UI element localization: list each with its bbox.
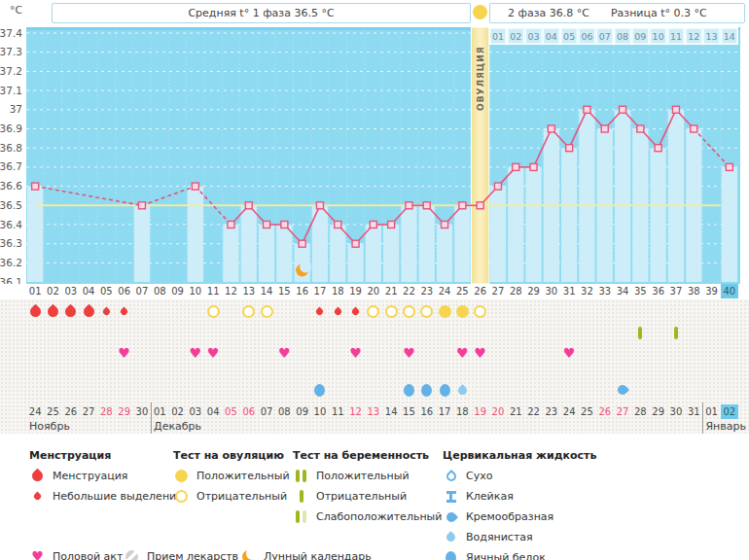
temp-marker[interactable] <box>513 163 519 170</box>
temp-marker[interactable] <box>655 145 661 152</box>
date-cell[interactable]: 06 <box>240 404 258 419</box>
day-cell[interactable]: 36 <box>650 284 667 298</box>
temp-marker[interactable] <box>691 125 697 132</box>
day-cell[interactable]: 39 <box>702 284 720 298</box>
date-cell[interactable]: 25 <box>44 404 61 419</box>
temp-marker[interactable] <box>477 202 483 209</box>
date-cell[interactable]: 31 <box>685 404 702 419</box>
date-cell[interactable]: 17 <box>436 404 453 419</box>
day-cell[interactable]: 06 <box>116 284 133 298</box>
day-cell[interactable]: 24 <box>436 284 453 298</box>
day-cell[interactable]: 05 <box>97 284 115 298</box>
temp-marker[interactable] <box>138 202 145 209</box>
date-cell[interactable]: 02 <box>168 404 186 419</box>
date-cell[interactable]: 22 <box>524 404 542 419</box>
day-cell[interactable]: 32 <box>578 284 595 298</box>
day-cell[interactable]: 17 <box>311 284 329 298</box>
day-cell[interactable]: 22 <box>400 284 417 298</box>
temp-marker[interactable] <box>32 183 39 190</box>
day-cell[interactable]: 16 <box>294 284 311 298</box>
temp-marker[interactable] <box>316 202 323 209</box>
date-cell[interactable]: 28 <box>97 404 115 419</box>
day-cell[interactable]: 21 <box>382 284 400 298</box>
date-cell[interactable]: 26 <box>62 404 80 419</box>
temp-marker[interactable] <box>352 240 359 247</box>
date-cell[interactable]: 13 <box>365 404 382 419</box>
day-cell[interactable]: 20 <box>365 284 382 298</box>
temp-marker[interactable] <box>423 202 430 209</box>
date-cell[interactable]: 24 <box>560 404 578 419</box>
date-cell[interactable]: 30 <box>667 404 685 419</box>
day-cell[interactable]: 02 <box>44 284 61 298</box>
day-cell[interactable]: 23 <box>418 284 436 298</box>
date-cell[interactable]: 09 <box>294 404 311 419</box>
day-cell[interactable]: 31 <box>560 284 578 298</box>
day-cell[interactable]: 30 <box>543 284 560 298</box>
day-cell[interactable]: 37 <box>667 284 685 298</box>
day-cell[interactable]: 13 <box>240 284 258 298</box>
day-cell[interactable]: 28 <box>507 284 524 298</box>
date-cell[interactable]: 19 <box>472 404 489 419</box>
day-cell[interactable]: 09 <box>168 284 186 298</box>
day-cell[interactable]: 08 <box>151 284 168 298</box>
temp-marker[interactable] <box>281 222 288 228</box>
temp-marker[interactable] <box>335 222 341 228</box>
temp-marker[interactable] <box>459 202 466 209</box>
date-cell[interactable]: 30 <box>133 404 151 419</box>
date-cell[interactable]: 18 <box>453 404 471 419</box>
date-cell[interactable]: 16 <box>418 404 436 419</box>
date-cell[interactable]: 27 <box>80 404 97 419</box>
date-cell[interactable]: 15 <box>400 404 417 419</box>
date-cell[interactable]: 10 <box>311 404 329 419</box>
date-cell[interactable]: 25 <box>578 404 595 419</box>
day-cell[interactable]: 29 <box>524 284 542 298</box>
day-cell[interactable]: 04 <box>80 284 97 298</box>
temp-marker[interactable] <box>406 202 412 209</box>
date-cell[interactable]: 07 <box>258 404 275 419</box>
date-cell[interactable]: 27 <box>614 404 631 419</box>
day-cell[interactable]: 26 <box>472 284 489 298</box>
temp-marker[interactable] <box>370 222 376 228</box>
day-cell[interactable]: 01 <box>26 284 44 298</box>
date-cell[interactable]: 01 <box>702 404 720 419</box>
day-cell[interactable]: 10 <box>187 284 204 298</box>
date-cell[interactable]: 08 <box>275 404 293 419</box>
date-cell[interactable]: 05 <box>222 404 239 419</box>
temp-marker[interactable] <box>620 106 626 113</box>
day-cell[interactable]: 12 <box>222 284 239 298</box>
day-cell[interactable]: 40 <box>721 284 738 298</box>
temp-marker[interactable] <box>584 106 590 113</box>
date-cell[interactable]: 29 <box>116 404 133 419</box>
temp-marker[interactable] <box>494 183 501 190</box>
day-cell[interactable]: 25 <box>453 284 471 298</box>
day-cell[interactable]: 27 <box>489 284 507 298</box>
day-cell[interactable]: 03 <box>62 284 80 298</box>
temp-marker[interactable] <box>566 145 573 152</box>
day-cell[interactable]: 33 <box>596 284 614 298</box>
date-cell[interactable]: 02 <box>721 404 738 419</box>
day-cell[interactable]: 38 <box>685 284 702 298</box>
date-cell[interactable]: 14 <box>382 404 400 419</box>
day-cell[interactable]: 14 <box>258 284 275 298</box>
date-cell[interactable]: 01 <box>151 404 168 419</box>
day-cell[interactable]: 18 <box>329 284 346 298</box>
date-cell[interactable]: 11 <box>329 404 346 419</box>
temp-marker[interactable] <box>192 183 198 190</box>
day-cell[interactable]: 15 <box>275 284 293 298</box>
date-cell[interactable]: 04 <box>204 404 222 419</box>
temp-marker[interactable] <box>672 106 679 113</box>
temp-marker[interactable] <box>442 222 448 228</box>
temp-marker[interactable] <box>548 125 554 132</box>
temp-marker[interactable] <box>388 222 395 228</box>
day-cell[interactable]: 11 <box>204 284 222 298</box>
date-cell[interactable]: 28 <box>631 404 649 419</box>
date-cell[interactable]: 12 <box>346 404 364 419</box>
temp-marker[interactable] <box>228 222 234 228</box>
day-cell[interactable]: 19 <box>346 284 364 298</box>
date-cell[interactable]: 29 <box>650 404 667 419</box>
temperature-chart[interactable]: 0102030405060708091011121314ОВУЛЯЦИЯ36.1… <box>0 27 749 284</box>
date-cell[interactable]: 23 <box>543 404 560 419</box>
temp-marker[interactable] <box>637 125 644 132</box>
temp-marker[interactable] <box>299 240 305 247</box>
day-cell[interactable]: 07 <box>133 284 151 298</box>
